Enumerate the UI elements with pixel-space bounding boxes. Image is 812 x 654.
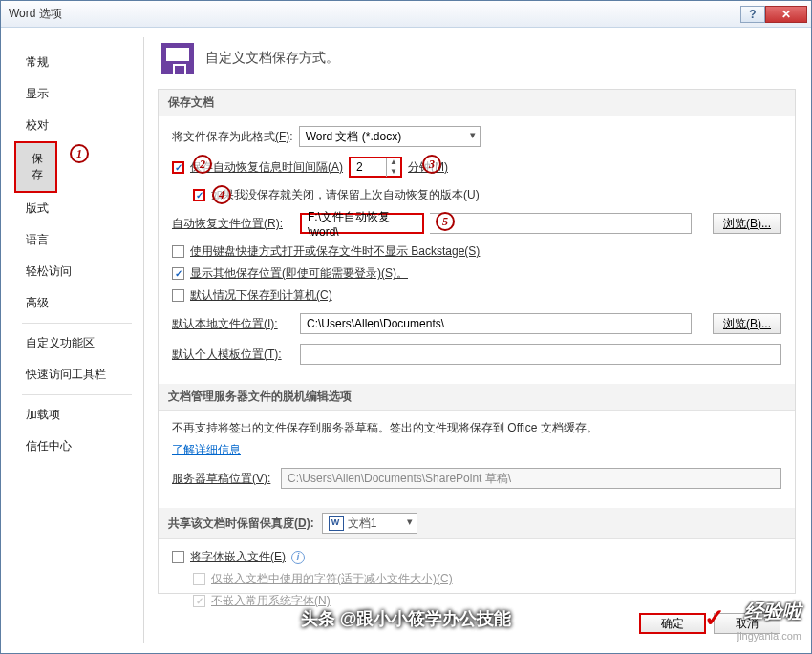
sidebar-item-advanced[interactable]: 高级 xyxy=(11,287,143,319)
recover-location-input-hl[interactable]: F:\文件自动恢复\word\ xyxy=(300,213,424,234)
embed-fonts-checkbox[interactable] xyxy=(172,551,184,563)
default-template-input[interactable] xyxy=(300,344,781,365)
sidebar-item-customize-ribbon[interactable]: 自定义功能区 xyxy=(11,327,143,359)
panel-save-title: 保存文档 xyxy=(159,90,795,116)
word-doc-icon xyxy=(329,516,344,531)
keep-last-label: 如果我没保存就关闭，请保留上次自动恢复的版本(U) xyxy=(211,187,480,203)
recover-location-input[interactable] xyxy=(430,213,692,234)
default-computer-label: 默认情况下保存到计算机(C) xyxy=(190,287,332,304)
embed-fonts-label: 将字体嵌入文件(E) xyxy=(190,549,286,565)
learn-more-link[interactable]: 了解详细信息 xyxy=(172,442,241,458)
draft-location-label: 服务器草稿位置(V): xyxy=(172,471,275,487)
format-label: 将文件保存为此格式(F): xyxy=(172,129,293,145)
spinner-up[interactable]: ▲ xyxy=(387,158,400,167)
share-doc-select[interactable]: 文档1 xyxy=(322,513,417,534)
panel-share-title: 共享该文档时保留保真度(D): 文档1 xyxy=(159,508,795,539)
sidebar-item-language[interactable]: 语言 xyxy=(11,224,143,256)
sidebar-item-display[interactable]: 显示 xyxy=(11,78,143,110)
show-other-label: 显示其他保存位置(即使可能需要登录)(S)。 xyxy=(190,265,408,282)
sidebar-item-general[interactable]: 常规 xyxy=(11,47,143,78)
overlay-watermark-url: jingyanla.com xyxy=(737,630,801,642)
keep-last-checkbox[interactable] xyxy=(193,189,205,201)
default-computer-checkbox[interactable] xyxy=(172,289,184,302)
options-dialog: Word 选项 ? ✕ 常规 显示 校对 保存 1 版式 语言 轻松访问 高级 … xyxy=(0,0,812,654)
sidebar-item-layout[interactable]: 版式 xyxy=(11,193,143,224)
default-local-label: 默认本地文件位置(I): xyxy=(172,316,294,332)
auto-recover-checkbox[interactable] xyxy=(172,161,184,174)
window-title: Word 选项 xyxy=(9,6,740,22)
spinner-down[interactable]: ▼ xyxy=(387,167,400,177)
sidebar-item-proofing[interactable]: 校对 xyxy=(11,110,143,141)
ok-button[interactable]: 确定 xyxy=(639,613,706,634)
help-button[interactable]: ? xyxy=(740,6,765,23)
default-template-label: 默认个人模板位置(T): xyxy=(172,347,294,363)
annotation-3: 3 xyxy=(422,155,441,174)
sidebar: 常规 显示 校对 保存 1 版式 语言 轻松访问 高级 自定义功能区 快速访问工… xyxy=(11,37,144,643)
recover-location-label: 自动恢复文件位置(R): xyxy=(172,216,294,232)
sidebar-item-ease[interactable]: 轻松访问 xyxy=(11,256,143,287)
overlay-headline: 头条 @跟小小筱学办公技能 xyxy=(301,607,512,630)
annotation-1: 1 xyxy=(70,144,89,163)
close-button[interactable]: ✕ xyxy=(765,6,807,23)
keyboard-backstage-checkbox[interactable] xyxy=(172,245,184,258)
panel-offline-title: 文档管理服务器文件的脱机编辑选项 xyxy=(159,384,795,411)
browse-local-button[interactable]: 浏览(B)... xyxy=(713,313,781,334)
overlay-watermark: 经验啦 xyxy=(744,599,801,624)
auto-recover-label: 保存自动恢复信息时间间隔(A) xyxy=(190,159,343,176)
annotation-check: ✓ xyxy=(704,603,725,633)
main-panel: 自定义文档保存方式。 保存文档 将文件保存为此格式(F): Word 文档 (*… xyxy=(144,28,811,653)
keyboard-backstage-label: 使用键盘快捷方式打开或保存文件时不显示 Backstage(S) xyxy=(190,243,480,260)
offline-desc: 不再支持将签出的文件保存到服务器草稿。签出的文件现将保存到 Office 文档缓… xyxy=(172,420,598,436)
info-icon[interactable]: i xyxy=(291,551,305,564)
format-select[interactable]: Word 文档 (*.docx) xyxy=(299,126,481,147)
only-used-checkbox xyxy=(193,573,205,585)
draft-location-input: C:\Users\Allen\Documents\SharePoint 草稿\ xyxy=(281,468,781,489)
titlebar: Word 选项 ? ✕ xyxy=(1,1,811,28)
annotation-2: 2 xyxy=(193,155,212,174)
sidebar-item-quick-access[interactable]: 快速访问工具栏 xyxy=(11,359,143,390)
sidebar-item-trust[interactable]: 信任中心 xyxy=(11,431,143,462)
show-other-checkbox[interactable] xyxy=(172,267,184,280)
browse-recover-button[interactable]: 浏览(B)... xyxy=(713,213,781,234)
sidebar-item-save[interactable]: 保存 xyxy=(14,141,57,193)
panel-save-documents: 保存文档 将文件保存为此格式(F): Word 文档 (*.docx) 保存自动… xyxy=(158,89,796,594)
sidebar-item-addins[interactable]: 加载项 xyxy=(11,399,143,431)
save-disk-icon xyxy=(161,43,194,74)
only-used-label: 仅嵌入文档中使用的字符(适于减小文件大小)(C) xyxy=(211,571,453,587)
default-local-input[interactable]: C:\Users\Allen\Documents\ xyxy=(300,313,692,334)
annotation-4: 4 xyxy=(212,185,231,204)
auto-recover-minutes[interactable]: 2 ▲▼ xyxy=(349,157,402,178)
annotation-5: 5 xyxy=(436,212,455,231)
page-subtitle: 自定义文档保存方式。 xyxy=(205,50,339,67)
